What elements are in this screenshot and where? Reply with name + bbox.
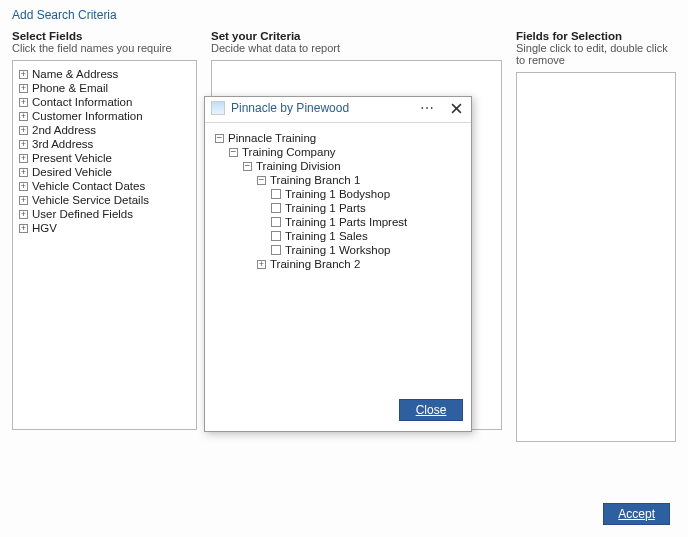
field-group[interactable]: Contact Information [17, 95, 192, 109]
plus-icon[interactable] [19, 210, 28, 219]
tree-label: Training Branch 1 [270, 174, 360, 186]
field-group-label: Phone & Email [32, 82, 108, 94]
plus-icon[interactable] [19, 70, 28, 79]
plus-icon[interactable] [19, 112, 28, 121]
tree-label: Training 1 Sales [285, 230, 368, 242]
field-group[interactable]: User Defined Fields [17, 207, 192, 221]
plus-icon[interactable] [19, 182, 28, 191]
tree-label: Training 1 Parts Imprest [285, 216, 407, 228]
tree-label: Training 1 Parts [285, 202, 366, 214]
select-fields-panel: Name & Address Phone & Email Contact Inf… [12, 60, 197, 430]
checkbox-icon[interactable] [271, 245, 281, 255]
tree-leaf[interactable]: Training 1 Sales [215, 229, 461, 243]
criteria-heading: Set your Criteria [211, 30, 502, 42]
field-group-label: HGV [32, 222, 57, 234]
field-group-label: Customer Information [32, 110, 143, 122]
field-group-label: Desired Vehicle [32, 166, 112, 178]
tree-label: Training 1 Bodyshop [285, 188, 390, 200]
dialog-close-label: Close [416, 403, 447, 417]
plus-icon[interactable] [19, 168, 28, 177]
field-group-label: 2nd Address [32, 124, 96, 136]
plus-icon[interactable] [19, 98, 28, 107]
collapse-icon[interactable] [243, 162, 252, 171]
selection-panel [516, 72, 676, 442]
dialog-title: Pinnacle by Pinewood [231, 101, 408, 115]
field-group[interactable]: 3rd Address [17, 137, 192, 151]
checkbox-icon[interactable] [271, 189, 281, 199]
field-group-label: Vehicle Service Details [32, 194, 149, 206]
page-title: Add Search Criteria [12, 8, 676, 22]
tree-label: Training Company [242, 146, 336, 158]
tree-label: Training 1 Workshop [285, 244, 390, 256]
branch-picker-dialog: Pinnacle by Pinewood ⋯ Pinnacle Training… [204, 96, 472, 432]
plus-icon[interactable] [19, 84, 28, 93]
tree-node-branch2[interactable]: Training Branch 2 [215, 257, 461, 271]
plus-icon[interactable] [19, 196, 28, 205]
branch-tree: Pinnacle Training Training Company Train… [215, 131, 461, 271]
tree-node-branch1[interactable]: Training Branch 1 [215, 173, 461, 187]
checkbox-icon[interactable] [271, 217, 281, 227]
collapse-icon[interactable] [229, 148, 238, 157]
tree-leaf[interactable]: Training 1 Parts Imprest [215, 215, 461, 229]
criteria-sub: Decide what data to report [211, 42, 502, 54]
close-icon[interactable] [447, 100, 465, 116]
tree-node-division[interactable]: Training Division [215, 159, 461, 173]
expand-icon[interactable] [257, 260, 266, 269]
more-icon[interactable]: ⋯ [414, 101, 441, 115]
tree-label: Training Division [256, 160, 341, 172]
field-group-label: Vehicle Contact Dates [32, 180, 145, 192]
tree-leaf[interactable]: Training 1 Parts [215, 201, 461, 215]
plus-icon[interactable] [19, 224, 28, 233]
field-group[interactable]: Present Vehicle [17, 151, 192, 165]
field-group[interactable]: Customer Information [17, 109, 192, 123]
field-group[interactable]: Phone & Email [17, 81, 192, 95]
collapse-icon[interactable] [257, 176, 266, 185]
app-icon [211, 101, 225, 115]
field-group-label: User Defined Fields [32, 208, 133, 220]
collapse-icon[interactable] [215, 134, 224, 143]
field-group[interactable]: Desired Vehicle [17, 165, 192, 179]
plus-icon[interactable] [19, 154, 28, 163]
field-group-label: 3rd Address [32, 138, 93, 150]
select-fields-heading: Select Fields [12, 30, 197, 42]
checkbox-icon[interactable] [271, 203, 281, 213]
tree-leaf[interactable]: Training 1 Bodyshop [215, 187, 461, 201]
field-group[interactable]: Name & Address [17, 67, 192, 81]
dialog-close-button[interactable]: Close [399, 399, 463, 421]
field-group[interactable]: Vehicle Contact Dates [17, 179, 192, 193]
accept-button[interactable]: Accept [603, 503, 670, 525]
plus-icon[interactable] [19, 126, 28, 135]
checkbox-icon[interactable] [271, 231, 281, 241]
selection-sub: Single click to edit, double click to re… [516, 42, 676, 66]
plus-icon[interactable] [19, 140, 28, 149]
tree-leaf[interactable]: Training 1 Workshop [215, 243, 461, 257]
field-group[interactable]: HGV [17, 221, 192, 235]
field-group[interactable]: 2nd Address [17, 123, 192, 137]
tree-node-root[interactable]: Pinnacle Training [215, 131, 461, 145]
accept-label: Accept [618, 507, 655, 521]
field-group-label: Name & Address [32, 68, 118, 80]
tree-node-company[interactable]: Training Company [215, 145, 461, 159]
tree-label: Pinnacle Training [228, 132, 316, 144]
tree-label: Training Branch 2 [270, 258, 360, 270]
selection-heading: Fields for Selection [516, 30, 676, 42]
field-group-label: Contact Information [32, 96, 132, 108]
field-group[interactable]: Vehicle Service Details [17, 193, 192, 207]
field-group-label: Present Vehicle [32, 152, 112, 164]
select-fields-sub: Click the field names you require [12, 42, 197, 54]
